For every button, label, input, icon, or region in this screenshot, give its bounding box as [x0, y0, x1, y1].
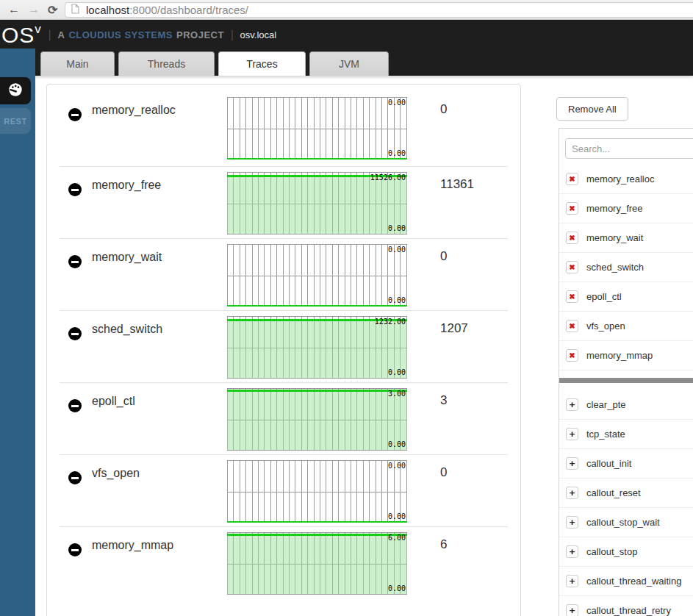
dashboard-gauge-icon [7, 82, 24, 101]
list-item-label: tcp_state [586, 429, 625, 440]
tab-main[interactable]: Main [40, 51, 115, 76]
cloudius-brand[interactable]: CLOUDIUS SYSTEMS [68, 29, 173, 40]
trace-row: memory_realloc 0.00 0.00 0 [60, 85, 508, 167]
trace-chart: 6.00 0.00 [227, 532, 407, 595]
remove-trace-circle-button[interactable] [68, 543, 82, 556]
list-item-label: callout_reset [586, 487, 641, 498]
add-trace-plus-button[interactable]: + [566, 604, 578, 616]
trace-row: sched_switch 1232.00 0.00 1207 [60, 311, 508, 383]
list-item: + callout_reset [559, 479, 693, 508]
separator: | [231, 29, 234, 40]
remove-trace-x-button[interactable]: ✖ [566, 349, 578, 362]
remove-trace-circle-button[interactable] [68, 108, 82, 121]
trace-row: memory_wait 0.00 0.00 0 [60, 239, 508, 311]
url-text: localhost:8000/dashboard/traces/ [86, 4, 248, 16]
remove-trace-circle-button[interactable] [68, 471, 82, 484]
remove-trace-circle-button[interactable] [68, 327, 82, 340]
list-item-label: callout_thread_waiting [586, 576, 681, 587]
chart-max-label: 6.00 [388, 534, 406, 542]
trace-list: ✖ memory_realloc ✖ memory_free ✖ memory_… [559, 165, 693, 616]
trace-row: memory_mmap 6.00 0.00 6 [60, 527, 508, 616]
sidebar: REST [0, 49, 35, 616]
remove-trace-x-button[interactable]: ✖ [566, 173, 578, 185]
back-icon[interactable]: ← [8, 3, 20, 16]
trace-list-panel: ✖ memory_realloc ✖ memory_free ✖ memory_… [559, 128, 693, 616]
remove-trace-x-button[interactable]: ✖ [566, 261, 578, 273]
app-navbar: OSv | A CLOUDIUS SYSTEMS PROJECT | osv.l… [0, 20, 693, 76]
trace-value: 1207 [440, 321, 468, 336]
trace-name: vfs_open [92, 467, 140, 480]
trace-value: 3 [440, 393, 447, 408]
remove-trace-circle-button[interactable] [68, 255, 82, 268]
list-item: ✖ sched_switch [559, 253, 693, 282]
list-item-label: vfs_open [586, 320, 625, 332]
add-trace-plus-button[interactable]: + [566, 545, 578, 558]
trace-row: vfs_open 0.00 0.00 0 [60, 455, 508, 527]
url-bar[interactable]: localhost:8000/dashboard/traces/ [65, 2, 693, 18]
add-trace-plus-button[interactable]: + [566, 516, 578, 529]
remove-trace-circle-button[interactable] [68, 183, 82, 196]
list-item-label: callout_init [586, 458, 631, 469]
add-trace-plus-button[interactable]: + [566, 487, 578, 499]
list-item-label: memory_realloc [586, 173, 654, 185]
tab-traces[interactable]: Traces [218, 51, 306, 76]
sidebar-item-dashboard[interactable] [0, 77, 31, 104]
search-input[interactable] [565, 138, 693, 159]
project-word: PROJECT [176, 29, 224, 40]
trace-name: sched_switch [92, 323, 162, 336]
add-trace-plus-button[interactable]: + [566, 398, 578, 411]
trace-name: memory_wait [92, 251, 162, 264]
trace-chart: 0.00 0.00 [227, 460, 407, 523]
osv-logo[interactable]: OSv [1, 22, 42, 48]
tabs: MainThreadsTracesJVM [40, 51, 392, 76]
chart-max-label: 0.00 [388, 99, 406, 107]
forward-icon[interactable]: → [28, 3, 40, 16]
trace-chart: 3.00 0.00 [227, 388, 407, 451]
separator: | [49, 29, 51, 40]
tab-jvm[interactable]: JVM [309, 51, 389, 76]
tab-threads[interactable]: Threads [118, 51, 215, 76]
chart-min-label: 0.00 [388, 512, 406, 521]
chart-min-label: 0.00 [388, 440, 406, 449]
chart-min-label: 0.00 [388, 149, 406, 158]
list-item-label: callout_stop_wait [586, 517, 660, 528]
trace-name: memory_free [92, 179, 161, 192]
add-trace-plus-button[interactable]: + [566, 575, 578, 587]
list-item: ✖ memory_wait [559, 223, 693, 253]
remove-trace-x-button[interactable]: ✖ [566, 202, 578, 215]
list-item-label: clear_pte [586, 399, 625, 410]
add-trace-plus-button[interactable]: + [566, 457, 578, 470]
add-trace-plus-button[interactable]: + [566, 428, 578, 440]
trace-rows: memory_realloc 0.00 0.00 0 memory_free 1… [47, 85, 520, 616]
browser-bar: ← → ⟳ localhost:8000/dashboard/traces/ [0, 0, 693, 20]
list-item: ✖ memory_mmap [559, 341, 693, 370]
chart-max-label: 1232.00 [375, 318, 406, 326]
chart-min-label: 0.00 [388, 224, 406, 233]
list-item: + callout_stop [559, 537, 693, 567]
remove-trace-x-button[interactable]: ✖ [566, 320, 578, 332]
trace-row: epoll_ctl 3.00 0.00 3 [60, 383, 508, 455]
remove-trace-x-button[interactable]: ✖ [566, 290, 578, 303]
list-item-label: memory_wait [586, 232, 643, 243]
trace-value: 11361 [440, 177, 474, 192]
sidebar-item-rest[interactable]: REST [0, 108, 31, 134]
remove-all-button[interactable]: Remove All [556, 97, 628, 121]
chart-max-label: 3.00 [388, 390, 406, 398]
list-item-label: callout_stop [586, 546, 637, 557]
traces-card: memory_realloc 0.00 0.00 0 memory_free 1… [46, 84, 521, 616]
reload-icon[interactable]: ⟳ [48, 3, 57, 17]
list-item: + callout_thread_waiting [559, 567, 693, 596]
list-item: + callout_stop_wait [559, 508, 693, 537]
list-item: ✖ memory_free [559, 194, 693, 223]
trace-chart: 0.00 0.00 [227, 97, 407, 160]
trace-name: memory_mmap [92, 539, 173, 552]
list-item: + clear_pte [559, 390, 693, 420]
trace-chart: 0.00 0.00 [227, 244, 407, 307]
list-item-label: epoll_ctl [586, 291, 622, 302]
chart-min-label: 0.00 [388, 368, 406, 377]
list-item-label: sched_switch [586, 262, 644, 273]
remove-trace-x-button[interactable]: ✖ [566, 232, 578, 244]
page-icon [71, 4, 79, 17]
list-item: ✖ vfs_open [559, 312, 693, 341]
remove-trace-circle-button[interactable] [68, 399, 82, 412]
